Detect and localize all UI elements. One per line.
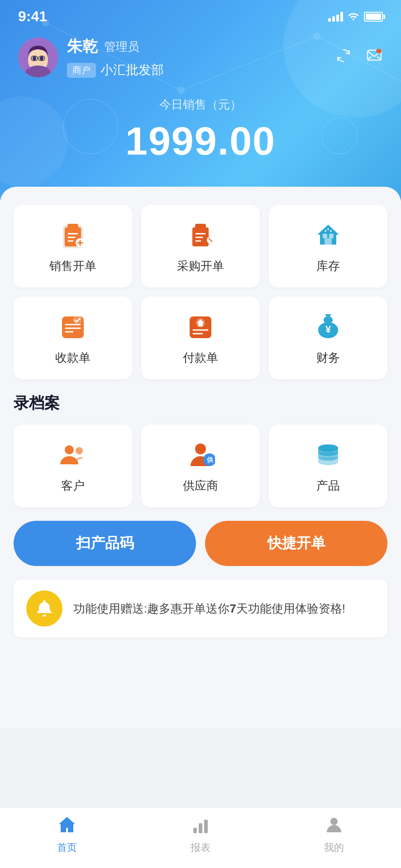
menu-label-payment: 付款单	[183, 350, 218, 366]
svg-point-56	[195, 443, 206, 454]
header-section: ✦ 朱乾 管理员 商户 小汇批发部	[0, 0, 401, 200]
svg-text:供: 供	[206, 456, 214, 463]
menu-label-purchase-order: 采购开单	[177, 258, 224, 274]
svg-text:✦: ✦	[26, 64, 32, 71]
tab-bar: 首页 报表 我的	[0, 807, 401, 868]
reports-icon	[191, 815, 210, 838]
menu-item-products[interactable]: 产品	[269, 425, 387, 507]
svg-point-43	[330, 230, 332, 232]
svg-rect-39	[323, 234, 327, 238]
user-role: 管理员	[104, 39, 139, 55]
user-info: 朱乾 管理员 商户 小汇批发部	[67, 36, 335, 79]
menu-label-products: 产品	[316, 478, 340, 494]
notification-icon	[26, 590, 62, 627]
message-button[interactable]	[366, 47, 383, 68]
svg-rect-18	[376, 49, 382, 53]
svg-point-12	[40, 56, 43, 61]
battery-icon	[364, 12, 383, 22]
user-row: ✦ 朱乾 管理员 商户 小汇批发部	[0, 36, 401, 79]
archive-grid: 客户 供 供应商 产品	[14, 425, 387, 507]
menu-label-receipt: 收款单	[55, 350, 91, 366]
main-card: 销售开单 采购开单	[0, 187, 401, 728]
menu-label-sales-order: 销售开单	[49, 258, 96, 274]
menu-label-finance: 财务	[316, 350, 340, 366]
svg-point-54	[65, 445, 74, 454]
status-time: 9:41	[18, 8, 47, 25]
svg-rect-61	[199, 823, 202, 833]
tab-home-label: 首页	[57, 841, 77, 854]
menu-item-sales-order[interactable]: 销售开单	[14, 205, 132, 288]
merchant-badge: 商户	[67, 63, 96, 78]
svg-point-11	[33, 56, 36, 61]
sales-amount: 1999.00	[0, 118, 401, 164]
menu-item-customers[interactable]: 客户	[14, 425, 132, 507]
svg-rect-62	[204, 820, 208, 833]
action-buttons: 扫产品码 快捷开单	[14, 521, 387, 566]
svg-point-42	[327, 228, 329, 230]
tab-reports[interactable]: 报表	[134, 815, 267, 854]
tab-mine[interactable]: 我的	[267, 815, 401, 854]
menu-item-finance[interactable]: ¥ 财务	[269, 297, 387, 379]
notification-text: 功能使用赠送:趣多惠开单送你7天功能使用体验资格!	[73, 600, 345, 618]
menu-label-suppliers: 供应商	[183, 478, 218, 494]
header-actions	[335, 47, 383, 68]
tab-reports-label: 报表	[191, 841, 210, 854]
svg-text:¥: ¥	[325, 324, 331, 335]
svg-point-55	[76, 447, 83, 454]
tab-mine-label: 我的	[324, 841, 344, 854]
sales-label: 今日销售（元）	[0, 97, 401, 113]
menu-label-inventory: 库存	[316, 258, 340, 274]
home-icon	[57, 815, 77, 838]
tab-home[interactable]: 首页	[0, 815, 134, 854]
svg-rect-60	[193, 828, 197, 833]
menu-grid-1: 销售开单 采购开单	[14, 205, 387, 379]
menu-item-payment[interactable]: 付款单	[141, 297, 260, 379]
status-icons	[328, 10, 383, 23]
svg-point-4	[177, 87, 185, 94]
sales-section: 今日销售（元） 1999.00	[0, 97, 401, 164]
quick-order-button[interactable]: 快捷开单	[205, 521, 387, 566]
svg-point-41	[325, 230, 326, 232]
menu-item-receipt[interactable]: 收款单	[14, 297, 132, 379]
menu-item-inventory[interactable]: 库存	[269, 205, 387, 288]
status-bar: 9:41	[0, 0, 401, 29]
refresh-button[interactable]	[335, 47, 352, 68]
merchant-name: 小汇批发部	[100, 61, 164, 79]
wifi-icon	[348, 10, 359, 23]
mine-icon	[324, 815, 344, 838]
menu-label-customers: 客户	[61, 478, 85, 494]
svg-rect-38	[325, 238, 332, 245]
svg-rect-40	[329, 234, 334, 238]
svg-point-63	[330, 818, 338, 825]
avatar: ✦	[18, 38, 58, 77]
user-name: 朱乾	[67, 36, 98, 57]
menu-item-purchase-order[interactable]: 采购开单	[141, 205, 260, 288]
archive-section-title: 录档案	[14, 393, 387, 414]
menu-item-suppliers[interactable]: 供 供应商	[141, 425, 260, 507]
notification-banner: 功能使用赠送:趣多惠开单送你7天功能使用体验资格!	[14, 580, 387, 637]
scan-button[interactable]: 扫产品码	[14, 521, 196, 566]
signal-icon	[328, 12, 343, 22]
